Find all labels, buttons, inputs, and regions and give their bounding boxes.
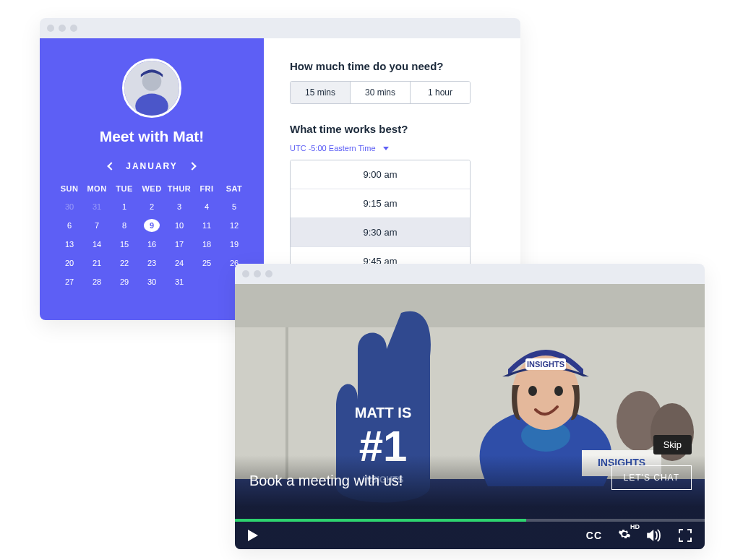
video-titlebar bbox=[235, 264, 705, 284]
svg-point-1 bbox=[142, 72, 162, 91]
calendar-day[interactable]: 19 bbox=[222, 236, 246, 252]
calendar-day[interactable]: 14 bbox=[85, 236, 109, 252]
traffic-light-max[interactable] bbox=[70, 25, 77, 32]
calendar-day[interactable]: 5 bbox=[222, 199, 246, 215]
svg-text:MATT IS: MATT IS bbox=[355, 405, 412, 421]
traffic-light-close[interactable] bbox=[47, 25, 54, 32]
scheduler-title: Meet with Mat! bbox=[100, 128, 205, 145]
calendar-day[interactable]: 4 bbox=[194, 199, 219, 215]
duration-group: 15 mins30 mins1 hour bbox=[290, 81, 471, 104]
calendar-day[interactable]: 15 bbox=[112, 236, 137, 252]
calendar-day[interactable]: 27 bbox=[57, 274, 82, 290]
calendar-day[interactable]: 20 bbox=[57, 255, 82, 271]
scheduler-titlebar bbox=[40, 18, 520, 38]
traffic-light-min[interactable] bbox=[254, 270, 261, 277]
calendar-day[interactable]: 3 bbox=[167, 199, 192, 215]
calendar-day[interactable]: 11 bbox=[194, 217, 219, 233]
calendar-day[interactable]: 25 bbox=[194, 255, 219, 271]
video-caption: Book a meeting with us! bbox=[249, 473, 403, 489]
calendar-dow: WED bbox=[139, 181, 164, 196]
calendar-day[interactable]: 9 bbox=[139, 217, 164, 233]
calendar-day[interactable]: 1 bbox=[112, 199, 137, 215]
calendar-day[interactable]: 13 bbox=[57, 236, 82, 252]
play-button[interactable] bbox=[248, 530, 258, 541]
calendar-day[interactable]: 16 bbox=[139, 236, 164, 252]
svg-text:INSIGHTS: INSIGHTS bbox=[527, 360, 564, 369]
calendar-grid: SUNMONTUEWEDTHURFRISAT303112345678910111… bbox=[57, 181, 246, 290]
calendar-day[interactable]: 30 bbox=[57, 199, 82, 215]
volume-button[interactable] bbox=[647, 529, 663, 542]
traffic-light-min[interactable] bbox=[59, 25, 66, 32]
video-frame[interactable]: MATT IS #1 INSIGHTS bbox=[235, 284, 705, 549]
video-controls: CC HD bbox=[235, 522, 705, 549]
calendar-day[interactable]: 31 bbox=[85, 199, 109, 215]
calendar-day[interactable]: 7 bbox=[85, 217, 109, 233]
timezone-picker[interactable]: UTC -5:00 Eastern Time bbox=[290, 144, 494, 152]
calendar-day[interactable]: 8 bbox=[112, 217, 137, 233]
calendar-dow: TUE bbox=[112, 181, 137, 196]
chevron-down-icon bbox=[383, 147, 389, 150]
calendar-dow: MON bbox=[85, 181, 109, 196]
calendar-panel: Meet with Mat! JANUARY SUNMONTUEWEDTHURF… bbox=[40, 38, 264, 320]
calendar-day[interactable]: 10 bbox=[167, 217, 192, 233]
duration-question: How much time do you need? bbox=[290, 60, 494, 72]
duration-option[interactable]: 30 mins bbox=[351, 82, 411, 103]
time-slot[interactable]: 9:00 am bbox=[291, 160, 470, 189]
settings-button[interactable]: HD bbox=[618, 527, 631, 543]
gear-icon bbox=[618, 527, 631, 540]
time-slot[interactable]: 9:15 am bbox=[291, 189, 470, 218]
traffic-light-close[interactable] bbox=[242, 270, 249, 277]
calendar-day[interactable]: 12 bbox=[222, 217, 246, 233]
calendar-day[interactable]: 24 bbox=[167, 255, 192, 271]
calendar-day[interactable]: 23 bbox=[139, 255, 164, 271]
video-overlay: Skip LET'S CHAT Book a meeting with us! … bbox=[235, 455, 705, 549]
next-month-button[interactable] bbox=[188, 162, 196, 170]
calendar-dow: SAT bbox=[222, 181, 246, 196]
month-label: JANUARY bbox=[126, 161, 178, 171]
svg-point-14 bbox=[528, 386, 537, 396]
lets-chat-button[interactable]: LET'S CHAT bbox=[611, 465, 692, 490]
hd-badge: HD bbox=[630, 523, 640, 530]
svg-point-15 bbox=[554, 386, 563, 396]
fullscreen-button[interactable] bbox=[679, 529, 692, 542]
calendar-day[interactable]: 21 bbox=[85, 255, 109, 271]
calendar-day[interactable]: 28 bbox=[85, 274, 109, 290]
video-window: MATT IS #1 INSIGHTS bbox=[235, 264, 705, 549]
calendar-dow: SUN bbox=[57, 181, 82, 196]
timezone-label: UTC -5:00 Eastern Time bbox=[290, 144, 376, 152]
closed-captions-button[interactable]: CC bbox=[586, 530, 602, 541]
calendar-day[interactable]: 30 bbox=[139, 274, 164, 290]
time-question: What time works best? bbox=[290, 123, 494, 135]
calendar-day[interactable]: 2 bbox=[139, 199, 164, 215]
calendar-day[interactable]: 17 bbox=[167, 236, 192, 252]
calendar-day[interactable]: 31 bbox=[167, 274, 192, 290]
calendar-dow: THUR bbox=[167, 181, 192, 196]
host-avatar bbox=[122, 59, 181, 118]
time-slot-list: 9:00 am9:15 am9:30 am9:45 am bbox=[290, 160, 471, 276]
svg-rect-4 bbox=[235, 284, 705, 327]
skip-button[interactable]: Skip bbox=[653, 435, 692, 455]
calendar-day[interactable]: 29 bbox=[112, 274, 137, 290]
time-slot[interactable]: 9:30 am bbox=[291, 218, 470, 247]
traffic-light-max[interactable] bbox=[265, 270, 272, 277]
prev-month-button[interactable] bbox=[108, 162, 116, 170]
calendar-dow: FRI bbox=[194, 181, 219, 196]
duration-option[interactable]: 1 hour bbox=[411, 82, 470, 103]
duration-option[interactable]: 15 mins bbox=[291, 82, 351, 103]
calendar-day[interactable]: 18 bbox=[194, 236, 219, 252]
calendar-day[interactable]: 6 bbox=[57, 217, 82, 233]
calendar-day[interactable]: 22 bbox=[112, 255, 137, 271]
